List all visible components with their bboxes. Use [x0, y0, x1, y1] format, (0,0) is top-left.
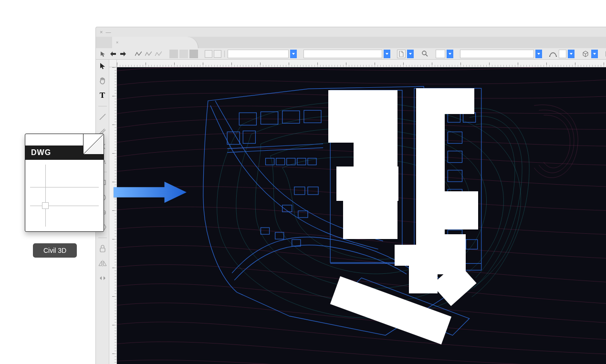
view-select-field[interactable] — [460, 50, 534, 58]
zoom-dropdown-icon[interactable] — [447, 50, 453, 58]
layers-icon[interactable] — [205, 50, 212, 58]
workspace: T — [96, 60, 606, 364]
arrow-right-icon[interactable] — [119, 50, 127, 58]
svg-rect-25 — [266, 158, 274, 165]
import-arrow-icon — [114, 180, 188, 204]
cursor-icon[interactable] — [97, 61, 108, 71]
svg-rect-45 — [466, 239, 478, 249]
vertical-ruler[interactable] — [109, 67, 117, 364]
arrow-left-icon[interactable] — [109, 50, 117, 58]
tool-separator — [98, 238, 107, 238]
svg-rect-27 — [287, 158, 295, 165]
document-icon[interactable] — [397, 50, 406, 58]
source-app-label: Civil 3D — [33, 243, 77, 258]
view-select-dropdown-icon[interactable] — [535, 50, 542, 58]
text-tool-icon[interactable]: T — [97, 90, 108, 101]
curve-dropdown-icon[interactable] — [568, 50, 575, 58]
style-toggle[interactable] — [214, 50, 221, 58]
svg-rect-34 — [261, 228, 269, 234]
zigzag-icon[interactable] — [134, 50, 143, 58]
document-dropdown-icon[interactable] — [407, 50, 414, 58]
svg-rect-37 — [448, 113, 460, 122]
svg-rect-38 — [463, 113, 476, 122]
building-mass — [409, 263, 438, 293]
line-tool-icon[interactable] — [97, 112, 108, 122]
layer-select-field[interactable] — [303, 50, 382, 58]
flip-tool-icon[interactable] — [97, 273, 108, 283]
building-mass — [416, 191, 478, 229]
zoom-field[interactable] — [436, 50, 445, 58]
svg-rect-22 — [243, 131, 255, 143]
ruler-origin[interactable] — [109, 60, 117, 67]
document-tab-strip: × — [96, 37, 606, 48]
swatch-2[interactable] — [179, 50, 188, 58]
swatch-1[interactable] — [169, 50, 178, 58]
dwg-file-card: DWG — [25, 134, 104, 232]
svg-rect-39 — [448, 132, 462, 143]
layer-select-dropdown-icon[interactable] — [384, 50, 390, 58]
horizontal-ruler[interactable] — [117, 60, 606, 67]
svg-rect-41 — [448, 170, 462, 182]
pan-hand-icon[interactable] — [97, 75, 108, 86]
zigzag-dotted-icon[interactable] — [154, 50, 163, 58]
dwg-thumbnail — [30, 165, 99, 227]
curve-3d-icon[interactable] — [549, 50, 557, 58]
svg-rect-26 — [276, 158, 285, 165]
svg-rect-15 — [100, 248, 105, 252]
building-mass — [343, 201, 397, 239]
curve-field[interactable] — [559, 50, 566, 58]
svg-line-1 — [426, 54, 428, 56]
cube-3d-icon[interactable] — [581, 50, 590, 58]
cursor-option-icon[interactable] — [99, 50, 107, 58]
svg-rect-33 — [298, 211, 308, 218]
svg-line-23 — [227, 144, 323, 149]
separator — [224, 51, 225, 57]
tool-separator — [98, 106, 107, 106]
mirror-tool-icon[interactable] — [97, 258, 108, 269]
svg-rect-40 — [448, 151, 462, 163]
page-fold-icon — [83, 134, 104, 155]
window-minimize-button[interactable]: — — [105, 29, 112, 35]
option-bar — [96, 48, 606, 60]
class-select-dropdown-icon[interactable] — [290, 50, 297, 58]
svg-line-5 — [100, 114, 105, 120]
window-close-button[interactable]: × — [100, 29, 103, 35]
svg-rect-20 — [304, 110, 321, 123]
svg-point-10 — [104, 163, 105, 164]
zigzag-variant-icon[interactable] — [144, 50, 153, 58]
cube-dropdown-icon[interactable] — [591, 50, 598, 58]
swatch-3[interactable] — [189, 50, 198, 58]
window-titlebar: × — — [96, 27, 606, 37]
lock-tool-icon[interactable] — [97, 243, 108, 254]
class-select-field[interactable] — [228, 50, 289, 58]
building-mass — [336, 166, 398, 201]
tab-close-button[interactable]: × — [116, 40, 118, 45]
drawing-canvas[interactable] — [117, 67, 606, 364]
search-icon[interactable] — [420, 50, 429, 58]
svg-point-0 — [422, 51, 426, 55]
svg-rect-30 — [294, 187, 305, 195]
